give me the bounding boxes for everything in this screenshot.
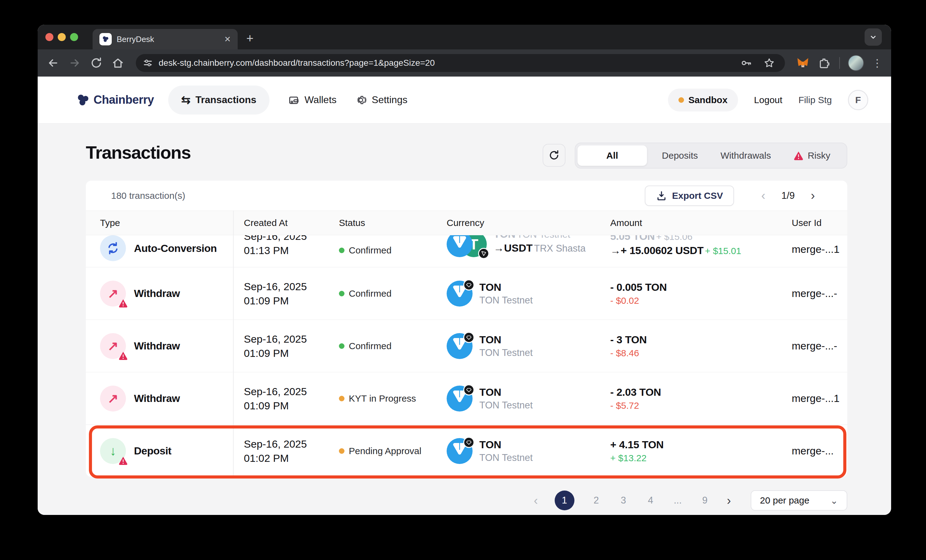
row-from-network: TON Testnet [517,235,570,240]
row-network: TON Testnet [480,451,533,464]
table-row[interactable]: ↗ Withdraw Sep-16, 202501:09 PM Confirme… [86,319,847,372]
metamask-extension-icon[interactable] [796,56,809,70]
nav-item-wallets[interactable]: Wallets [288,94,337,106]
extensions-puzzle-icon[interactable] [818,56,831,70]
pager-next-icon[interactable]: › [811,189,815,203]
environment-label: Sandbox [688,95,728,105]
desktop-background: BerryDesk ✕ + [0,0,926,560]
pagination-prev-icon[interactable]: ‹ [534,493,538,507]
status-dot-icon [339,343,345,349]
risky-warning-icon [793,150,804,161]
tab-title: BerryDesk [117,35,219,44]
url-text[interactable]: desk-stg.chainberry.com/dashboard/transa… [159,58,735,68]
filter-tabs: All Deposits Withdrawals Risky [575,142,847,168]
bookmark-star-icon[interactable] [763,57,775,69]
withdraw-icon: ↗ [100,386,126,412]
row-date: Sep-16, 2025 [244,332,328,346]
row-network: TON Testnet [480,399,533,412]
row-to-symbol: USDT [504,242,533,254]
row-user-id: merge-...1 [781,243,847,255]
header-right: Sandbox Logout Filip Stg F [668,89,868,112]
logout-button[interactable]: Logout [754,95,782,105]
url-bar[interactable]: desk-stg.chainberry.com/dashboard/transa… [136,54,785,72]
export-csv-button[interactable]: Export CSV [645,186,734,206]
row-type-label: Auto-Conversion [134,242,217,254]
window-zoom-button[interactable] [70,33,78,41]
page-button-9[interactable]: 9 [700,495,710,506]
password-key-icon[interactable] [740,57,752,69]
window-close-button[interactable] [45,33,53,41]
status-dot-icon [339,448,345,454]
col-created-at: Created At [233,218,328,228]
card-toolbar: 180 transaction(s) Export CSV ‹ 1/9 › [86,181,847,210]
row-date: Sep-16, 2025 [244,437,328,451]
chainberry-logo[interactable]: Chainberry [76,92,154,107]
row-type-label: Withdraw [134,288,180,300]
row-usd: - $8.46 [610,347,781,360]
refresh-button[interactable] [543,144,566,167]
tab-withdrawals[interactable]: Withdrawals [713,145,778,166]
row-usd: - $0.02 [610,294,781,307]
table-row[interactable]: ↗ Withdraw Sep-16, 202501:09 PM KYT in P… [86,372,847,424]
testnet-gem-badge-icon [463,384,474,395]
nav-label-wallets: Wallets [305,94,337,106]
browser-menu-icon[interactable]: ⋮ [872,57,882,69]
page-button-4[interactable]: 4 [645,495,656,506]
tab-all[interactable]: All [578,145,647,166]
auto-conversion-icon [100,235,126,261]
table-row[interactable]: Auto-Conversion Sep-16, 2025 01:13 PM Co… [86,235,847,267]
row-from-usd: + $15.06 [656,235,693,242]
back-icon[interactable] [46,56,60,70]
pagination-next-icon[interactable]: › [727,493,731,507]
table-row[interactable]: ↓ Deposit Sep-16, 202501:02 PM Pending A… [86,424,847,477]
forward-icon[interactable] [68,56,82,70]
col-type: Type [86,218,233,228]
reload-icon[interactable] [89,56,103,70]
tab-search-button[interactable] [865,29,882,46]
row-user-id: merge-...1 [781,392,847,404]
testnet-gem-badge-icon [463,437,474,448]
sandbox-dot-icon [678,97,684,103]
row-date: Sep-16, 2025 [244,279,328,294]
nav-item-transactions[interactable]: ⇆ Transactions [168,86,269,115]
tab-close-icon[interactable]: ✕ [224,35,231,44]
nav-item-settings[interactable]: Settings [355,94,407,106]
row-from-symbol: TON [493,235,516,240]
tab-deposits[interactable]: Deposits [647,145,713,166]
row-time: 01:09 PM [244,294,328,308]
browser-profile-avatar[interactable] [848,55,864,71]
home-icon[interactable] [111,56,125,70]
page-title: Transactions [86,142,191,163]
deposit-icon: ↓ [100,438,126,464]
user-avatar[interactable]: F [848,90,868,110]
row-network: TON Testnet [480,294,533,307]
withdraw-icon: ↗ [100,281,126,307]
row-usd: + $15.01 [705,246,741,256]
pager-prev-icon[interactable]: ‹ [761,189,765,203]
browser-toolbar: desk-stg.chainberry.com/dashboard/transa… [38,49,891,77]
row-date: Sep-16, 2025 [244,235,328,243]
gear-icon [355,94,367,106]
browser-tab[interactable]: BerryDesk ✕ [92,29,238,49]
row-status: Pending Approval [349,446,421,456]
new-tab-button[interactable]: + [246,32,253,44]
tab-all-label: All [606,150,618,161]
page-size-select[interactable]: 20 per page ⌄ [750,490,847,511]
page-ellipsis: ... [673,495,683,506]
row-from-amount: 5.05 TON [610,235,655,242]
page-button-1[interactable]: 1 [555,490,575,510]
row-amount: + 4.15 TON [610,437,781,452]
row-time: 01:02 PM [244,451,328,465]
table-row[interactable]: ↗ Withdraw Sep-16, 202501:09 PM Confirme… [86,267,847,319]
window-minimize-button[interactable] [58,33,66,41]
tab-risky[interactable]: Risky [779,145,844,166]
page-button-3[interactable]: 3 [618,495,629,506]
browser-window: BerryDesk ✕ + [38,25,891,515]
ton-coin-icon [446,386,472,412]
row-time: 01:09 PM [244,398,328,413]
row-user-id: merge-... [781,445,847,457]
page-button-2[interactable]: 2 [591,495,602,506]
transaction-count: 180 transaction(s) [111,191,185,201]
risk-warning-badge-icon [118,350,129,361]
site-settings-icon[interactable] [142,58,153,68]
